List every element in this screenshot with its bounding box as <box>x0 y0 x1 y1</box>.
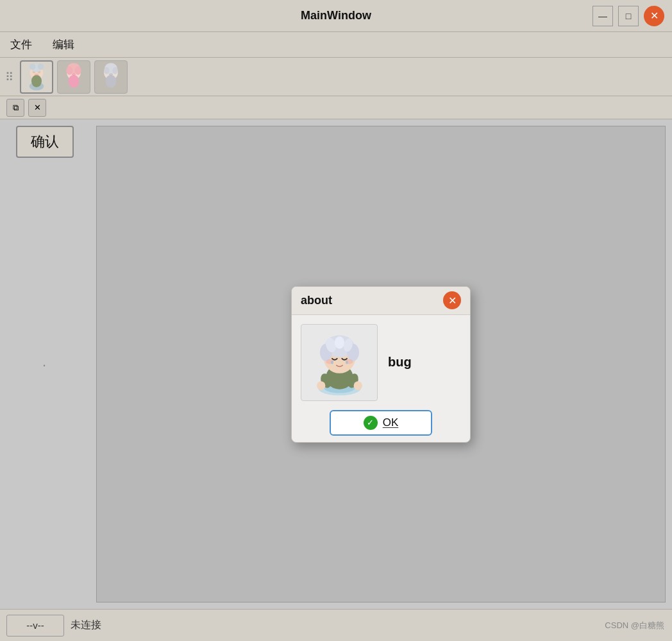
main-area: 确认 · about ✕ <box>0 119 672 609</box>
svg-point-19 <box>113 67 118 74</box>
connection-status: 未连接 <box>71 619 101 632</box>
window-title: MainWindow <box>301 9 371 22</box>
minimize-button[interactable]: — <box>592 6 613 26</box>
ok-label: OK <box>383 416 399 429</box>
menu-file[interactable]: 文件 <box>6 35 36 55</box>
svg-point-10 <box>69 74 80 87</box>
tab-character-1[interactable] <box>20 60 53 94</box>
tab1-icon <box>21 60 52 94</box>
svg-point-13 <box>75 66 81 74</box>
title-bar: MainWindow — □ ✕ <box>0 0 672 32</box>
left-sidebar: 确认 · <box>0 119 90 609</box>
link-icon: ⧉ <box>13 103 19 113</box>
svg-point-38 <box>326 359 333 364</box>
sidebar-dots: · <box>42 357 47 373</box>
close-small-icon: ✕ <box>34 103 41 112</box>
svg-point-26 <box>317 381 325 389</box>
tab3-icon <box>95 60 127 94</box>
dialog-title: about <box>301 294 332 307</box>
menu-bar: 文件 编辑 <box>0 32 672 58</box>
svg-point-34 <box>334 336 344 348</box>
svg-point-6 <box>29 64 36 70</box>
tab-character-2[interactable] <box>57 60 90 94</box>
tab2-icon <box>58 60 90 94</box>
status-bar: --v-- 未连接 CSDN @白糖熊 <box>0 609 672 641</box>
close-button[interactable]: ✕ <box>644 6 664 26</box>
sub-toolbar: ⧉ ✕ <box>0 96 672 119</box>
dialog-close-button[interactable]: ✕ <box>443 291 461 309</box>
watermark: CSDN @白糖熊 <box>605 620 664 631</box>
svg-point-2 <box>31 74 42 87</box>
about-dialog: about ✕ <box>291 286 471 443</box>
svg-point-14 <box>72 73 76 75</box>
dialog-overlay: about ✕ <box>97 126 665 602</box>
svg-point-7 <box>38 64 44 70</box>
dialog-bug-text: bug <box>388 355 412 370</box>
svg-point-18 <box>104 67 109 74</box>
svg-point-27 <box>353 381 362 389</box>
tab-character-3[interactable] <box>94 60 128 94</box>
dialog-titlebar: about ✕ <box>292 287 470 315</box>
ok-check-icon: ✓ <box>364 416 378 430</box>
dialog-character-image <box>301 324 378 401</box>
menu-edit[interactable]: 编辑 <box>49 35 78 55</box>
toolbar: ⠿ <box>0 58 672 96</box>
status-dropdown[interactable]: --v-- <box>6 615 64 637</box>
svg-point-12 <box>66 66 72 74</box>
content-area: about ✕ <box>96 126 666 603</box>
drag-handle-icon: ⠿ <box>5 70 13 84</box>
dialog-ok-button[interactable]: ✓ OK <box>330 410 432 436</box>
dialog-content-row: bug <box>301 324 461 401</box>
svg-point-16 <box>106 74 117 87</box>
chibi-character-svg <box>303 327 376 400</box>
sub-btn-2[interactable]: ✕ <box>28 99 46 117</box>
title-controls: — □ ✕ <box>592 6 664 26</box>
maximize-button[interactable]: □ <box>618 6 639 26</box>
svg-point-8 <box>35 73 38 75</box>
confirm-button[interactable]: 确认 <box>16 126 74 158</box>
svg-point-20 <box>109 73 113 75</box>
sub-btn-1[interactable]: ⧉ <box>6 99 24 117</box>
svg-point-39 <box>346 359 353 364</box>
checkmark-icon: ✓ <box>367 418 374 427</box>
dialog-body: bug ✓ OK <box>292 315 470 442</box>
